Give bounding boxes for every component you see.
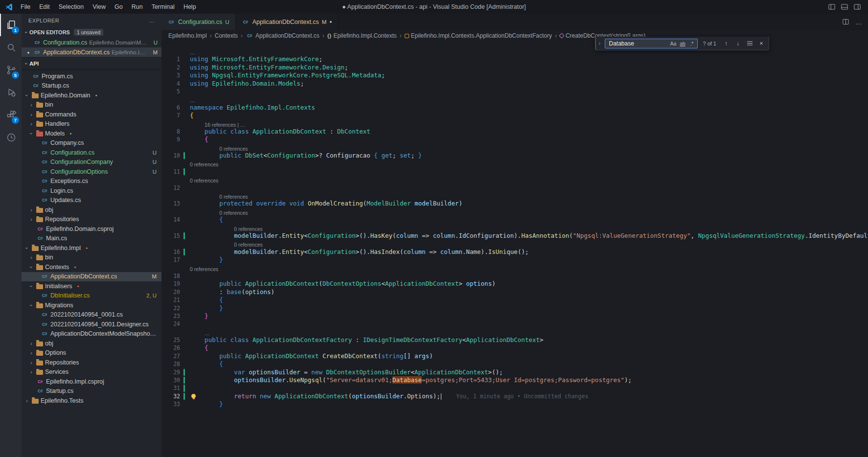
code-line-32[interactable]: 32 return new ApplicationDbContext(optio… [161,392,868,400]
code-line-2[interactable]: 2using Microsoft.EntityFrameworkCore.Des… [161,64,868,71]
menu-run[interactable]: Run [127,2,147,12]
tree-folder-options[interactable]: ›Options [22,348,161,358]
code-line-27[interactable]: 27 public ApplicationDbContext CreateDbC… [161,352,868,360]
code-line-9[interactable]: 9 { [161,136,868,143]
code-line-26[interactable]: 26 { [161,344,868,352]
code-line-16[interactable]: 16 modelBuilder.Entity<Configuration>().… [161,248,868,256]
codelens-row[interactable]: 0 references [161,224,868,232]
tree-file-epilefinho-impl-csproj[interactable]: C#Epilefinho.Impl.csproj [22,377,161,387]
code-line-18[interactable]: 18 [161,272,868,280]
tree-file-updates-cs[interactable]: C#Updates.cs [22,196,161,206]
next-match-icon[interactable]: ↓ [733,39,743,48]
tree-file-20221020140954-0001-cs[interactable]: C#20221020140954_0001.cs [22,310,161,320]
tree-folder-initialisers[interactable]: ›Initialisers● [22,281,161,291]
codelens-row[interactable]: 0 references [161,264,868,272]
match-case-toggle[interactable]: Aa [668,39,678,47]
menu-terminal[interactable]: Terminal [147,2,179,12]
tree-folder-commands[interactable]: ›Commands [22,110,161,119]
tree-folder-migrations[interactable]: ›Migrations [22,300,161,310]
code-editor[interactable]: …1using Microsoft.EntityFrameworkCore;2u… [161,42,868,457]
close-find-icon[interactable]: × [756,39,766,48]
codelens-row[interactable]: 0 references [161,160,868,167]
code-line-3[interactable]: 3using Npgsql.EntityFrameworkCore.Postgr… [161,71,868,79]
activity-bar-item-extensions[interactable]: 7 [0,104,22,126]
open-editor-applicationdbcontext-cs[interactable]: ●C#ApplicationDbContext.csEpilefinho.Im.… [22,47,161,57]
codelens-row[interactable]: 0 references [161,208,868,216]
tree-folder-contexts[interactable]: ›Contexts● [22,262,161,272]
code-line-13[interactable]: 13 protected override void OnModelCreati… [161,200,868,207]
codelens-row[interactable]: 0 references [161,176,868,183]
code-line-5[interactable]: 5 [161,88,868,95]
code-line-15[interactable]: 15 modelBuilder.Entity<Configuration>().… [161,232,868,240]
regex-toggle[interactable]: .* [687,39,696,47]
open-editors-header[interactable]: › OPEN EDITORS 1 unsaved [22,27,161,38]
code-line-21[interactable]: 21 { [161,296,868,304]
code-line-33[interactable]: 33 } [161,400,868,408]
previous-match-icon[interactable]: ↑ [721,39,731,48]
tree-folder-epilefinho-impl[interactable]: ›Epilefinho.Impl● [22,243,161,253]
tree-folder-bin[interactable]: ›bin [22,253,161,263]
find-input[interactable]: Database Aa ab .* [605,39,698,48]
tree-folder-handlers[interactable]: ›Handlers [22,119,161,129]
workspace-section-header[interactable]: › API [22,57,161,69]
tree-file-configuration-cs[interactable]: C#Configuration.csU [22,148,161,158]
toggle-secondary-sidebar-icon[interactable] [853,3,861,11]
breadcrumb-item-contexts[interactable]: Contexts [215,32,238,39]
explorer-more-actions-icon[interactable]: … [149,18,155,23]
code-line-12[interactable]: 12 [161,184,868,192]
tree-folder-models[interactable]: ›Models● [22,129,161,138]
code-line-11[interactable]: 11 [161,168,868,176]
activity-bar-item-misc-circle[interactable] [0,126,22,149]
menu-file[interactable]: File [16,2,35,12]
code-line-14[interactable]: 14 { [161,216,868,224]
find-in-selection-icon[interactable] [745,39,754,48]
breadcrumb-item-epilefinho-impl-contexts[interactable]: {}Epilefinho.Impl.Contexts [327,32,397,39]
breadcrumb-item-applicationdbcontext-cs[interactable]: C#ApplicationDbContext.cs [246,32,320,39]
tree-folder-repositories[interactable]: ›Repositories [22,215,161,225]
lightbulb-icon[interactable] [191,394,196,398]
tree-file-login-cs[interactable]: C#Login.cs [22,186,161,196]
code-line-1[interactable]: 1using Microsoft.EntityFrameworkCore; [161,55,868,63]
activity-bar-item-explorer[interactable]: 1 [0,14,22,36]
code-line-7[interactable]: 7{ [161,112,868,119]
tree-folder-bin[interactable]: ›bin [22,100,161,110]
code-line-31[interactable]: 31 [161,384,868,392]
tree-file-applicationdbcontextmodelsnapshot-cs[interactable]: C#ApplicationDbContextModelSnapshot.cs [22,329,161,339]
breadcrumb-item-epilefinho-impl-contexts-applicationdbcontextfac[interactable]: Epilefinho.Impl.Contexts.ApplicationDbCo… [405,32,552,39]
code-line-20[interactable]: 20 : base(options) [161,288,868,296]
tree-file-startup-cs[interactable]: C#Startup.cs [22,387,161,396]
toggle-panel-icon[interactable] [841,3,848,11]
tree-folder-epilefinho-domain[interactable]: ›Epilefinho.Domain● [22,91,161,100]
tree-file-epilefinho-domain-csproj[interactable]: C#Epilefinho.Domain.csproj [22,224,161,234]
whole-word-toggle[interactable]: ab [678,39,687,47]
codelens-row[interactable]: … [161,95,868,103]
menu-selection[interactable]: Selection [54,2,88,12]
code-line-23[interactable]: 23 } [161,312,868,320]
code-line-22[interactable]: 22 } [161,304,868,312]
menu-view[interactable]: View [88,2,110,12]
tree-file-startup-cs[interactable]: C#Startup.cs [22,81,161,91]
breadcrumb-item-epilefinho-impl[interactable]: Epilefinho.Impl [168,32,207,39]
tree-folder-obj[interactable]: ›obj [22,339,161,348]
toggle-sidebar-icon[interactable] [828,3,836,11]
code-line-6[interactable]: 6namespace Epilefinho.Impl.Contexts [161,104,868,112]
code-line-30[interactable]: 30 optionsBuilder.UseNpgsql("Server=data… [161,376,868,384]
split-editor-icon[interactable] [842,18,849,25]
tree-file-dbinitialiser-cs[interactable]: C#DbInitialiser.cs2, U [22,291,161,301]
code-line-29[interactable]: 29 var optionsBuilder = new DbContextOpt… [161,368,868,376]
toggle-replace-chevron-icon[interactable]: › [596,41,603,46]
tree-file-main-cs[interactable]: C#Main.cs [22,234,161,244]
tree-file-20221020140954-0001-designer-cs[interactable]: C#20221020140954_0001.Designer.cs [22,320,161,329]
tree-file-company-cs[interactable]: C#Company.cs [22,138,161,148]
codelens-row[interactable]: 0 references [161,192,868,200]
activity-bar-item-run-and-debug[interactable] [0,81,22,104]
codelens-row[interactable]: 16 references | … [161,120,868,128]
tab-applicationdbcontext-cs[interactable]: C#ApplicationDbContext.csM● [236,14,339,30]
editor-more-actions-icon[interactable]: … [855,19,862,25]
tree-folder-obj[interactable]: ›obj [22,205,161,215]
codelens-row[interactable]: 0 references [161,240,868,248]
tab-configuration-cs[interactable]: C#Configuration.csU [161,14,236,30]
tree-file-configurationoptions[interactable]: C#ConfigurationOptionsU [22,167,161,177]
tree-folder-services[interactable]: ›Services [22,367,161,377]
menu-go[interactable]: Go [110,2,127,12]
